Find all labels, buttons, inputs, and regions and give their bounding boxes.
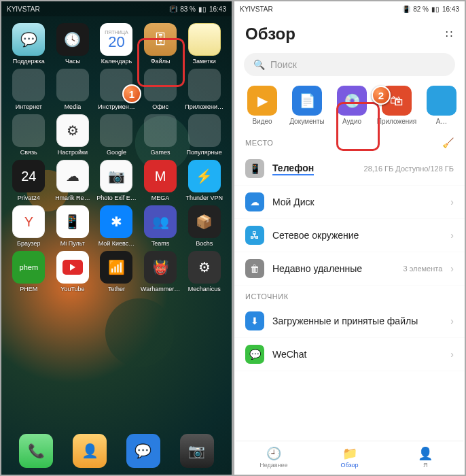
nav-label: Я — [423, 462, 428, 469]
app-Tether[interactable]: 📶Tether — [94, 251, 139, 292]
app-icon: 📦 — [188, 205, 221, 238]
app-icon: M — [144, 160, 177, 192]
app-Связь[interactable]: Связь — [7, 114, 51, 156]
app-Офис[interactable]: Офис — [139, 69, 183, 110]
badge-1: 1 — [122, 84, 141, 103]
list-item[interactable]: ☁Мой Диск› — [234, 186, 465, 219]
app-label: Часы — [65, 58, 80, 65]
messages-icon: 💬 — [126, 434, 160, 468]
nav-Обзор[interactable]: 📁Обзор — [312, 441, 388, 473]
app-Google[interactable]: Google — [94, 114, 139, 156]
list-icon: 🖧 — [245, 226, 264, 245]
app-Поддержка[interactable]: 💬Поддержка — [7, 23, 51, 65]
list-title: Телефон — [272, 163, 356, 175]
dock-camera[interactable]: 📷 — [180, 434, 214, 468]
app-label: Games — [151, 149, 171, 156]
nav-label: Недавнее — [259, 462, 287, 469]
app-Photo Exif E…[interactable]: 📷Photo Exif E… — [94, 160, 139, 201]
app-Hmarik Re…[interactable]: ☁Hmarik Re… — [51, 160, 95, 201]
app-icon: 🕓 — [56, 23, 89, 56]
nav-icon: 🕘 — [266, 446, 281, 461]
chevron-right-icon: › — [450, 197, 454, 207]
nav-Недавнее[interactable]: 🕘Недавнее — [236, 441, 312, 473]
app-icon — [12, 114, 45, 147]
app-Заметки[interactable]: Заметки — [182, 23, 226, 65]
app-Файлы[interactable]: 🗄Файлы — [139, 23, 183, 65]
list-title: Загруженные и принятые файлы — [272, 316, 442, 326]
category-Документы[interactable]: 📄Документы — [285, 86, 329, 125]
app-Часы[interactable]: 🕓Часы — [51, 23, 95, 65]
category-icon: 💿 — [337, 86, 367, 116]
app-icon: phem — [12, 251, 45, 284]
category-Аудио[interactable]: 💿Аудио — [329, 86, 374, 125]
category-Видео[interactable]: ▶Видео — [240, 86, 285, 125]
page-title: Обзор — [245, 24, 295, 44]
app-icon: 💬 — [12, 23, 45, 56]
nav-Я[interactable]: 👤Я — [387, 441, 463, 473]
app-icon — [188, 69, 221, 101]
app-Mechanicus[interactable]: ⚙Mechanicus — [182, 251, 226, 292]
app-YouTube[interactable]: YouTube — [51, 251, 95, 292]
app-Популярные[interactable]: Популярные — [182, 114, 226, 156]
search-input[interactable]: 🔍 Поиск — [244, 53, 455, 76]
list-title: WeChat — [272, 349, 442, 360]
app-icon: ⚡ — [188, 160, 221, 192]
app-grid: 💬Поддержка🕓ЧасыПЯТНИЦА20Календарь🗄ФайлыЗ… — [1, 16, 232, 292]
list-title: Сетевое окружение — [272, 230, 442, 241]
chevron-right-icon: › — [450, 263, 454, 274]
app-label: Поддержка — [13, 58, 45, 65]
homescreen: KYIVSTAR 📳 83 % ▮▯ 16:43 💬Поддержка🕓Часы… — [0, 0, 233, 476]
list-item[interactable]: 🗑Недавно удаленные3 элемента› — [234, 252, 465, 286]
menu-dots-icon[interactable]: ∷ — [446, 28, 454, 41]
app-label: Hmarik Re… — [55, 194, 90, 201]
app-Интернет[interactable]: Интернет — [7, 69, 51, 110]
app-Календарь[interactable]: ПЯТНИЦА20Календарь — [94, 23, 139, 65]
app-Мой Киевс…[interactable]: ✱Мой Киевс… — [94, 205, 139, 247]
clock: 16:43 — [209, 5, 226, 13]
app-PHEM[interactable]: phemPHEM — [7, 251, 51, 292]
category-icon — [427, 86, 456, 116]
app-icon: 👥 — [144, 205, 177, 238]
app-Media[interactable]: Media — [51, 69, 95, 110]
files-header: Обзор ∷ — [234, 16, 465, 49]
app-label: Браузер — [17, 240, 40, 247]
dock-messages[interactable]: 💬 — [126, 434, 160, 468]
badge-2: 2 — [372, 86, 391, 105]
app-Настройки[interactable]: ⚙Настройки — [51, 114, 95, 156]
app-MEGA[interactable]: MMEGA — [139, 160, 183, 201]
list-item[interactable]: ⬇Загруженные и принятые файлы› — [234, 305, 465, 338]
dock-contacts[interactable]: 👤 — [73, 434, 107, 468]
category-А…[interactable]: А… — [419, 86, 464, 125]
app-Teams[interactable]: 👥Teams — [139, 205, 183, 247]
list-sub: 28,16 ГБ Доступно/128 ГБ — [364, 165, 454, 173]
app-label: Файлы — [151, 58, 171, 65]
list-item[interactable]: 💬WeChat› — [234, 338, 465, 371]
chevron-right-icon: › — [450, 316, 454, 326]
app-icon: 📶 — [100, 251, 132, 284]
app-label: Связь — [20, 149, 37, 156]
app-Thunder VPN[interactable]: ⚡Thunder VPN — [182, 160, 226, 201]
app-Приложени…[interactable]: Приложени… — [182, 69, 226, 110]
section-source: ИСТОЧНИК — [234, 286, 465, 305]
app-icon — [56, 251, 89, 284]
category-label: Видео — [252, 118, 272, 125]
dock-phone[interactable]: 📞 — [19, 434, 53, 468]
app-label: Mechanicus — [188, 286, 221, 292]
app-Mi Пульт[interactable]: 📱Mi Пульт — [51, 205, 95, 247]
app-Warhammer…[interactable]: 👹Warhammer… — [139, 251, 183, 292]
category-label: Аудио — [342, 118, 361, 125]
cleanup-icon[interactable]: 🧹 — [442, 137, 454, 148]
search-icon: 🔍 — [253, 59, 265, 70]
app-label: Media — [65, 103, 82, 110]
list-item[interactable]: 📱Телефон28,16 ГБ Доступно/128 ГБ — [234, 152, 465, 186]
app-Games[interactable]: Games — [139, 114, 183, 156]
app-Bochs[interactable]: 📦Bochs — [182, 205, 226, 247]
app-Privat24[interactable]: 24Privat24 — [7, 160, 51, 201]
category-label: Приложения — [377, 118, 417, 125]
app-icon: Y — [12, 205, 45, 238]
app-label: Teams — [151, 240, 170, 247]
app-icon: ✱ — [100, 205, 132, 238]
app-Браузер[interactable]: YБраузер — [7, 205, 51, 247]
app-label: Приложени… — [185, 103, 223, 110]
list-item[interactable]: 🖧Сетевое окружение› — [234, 219, 465, 252]
